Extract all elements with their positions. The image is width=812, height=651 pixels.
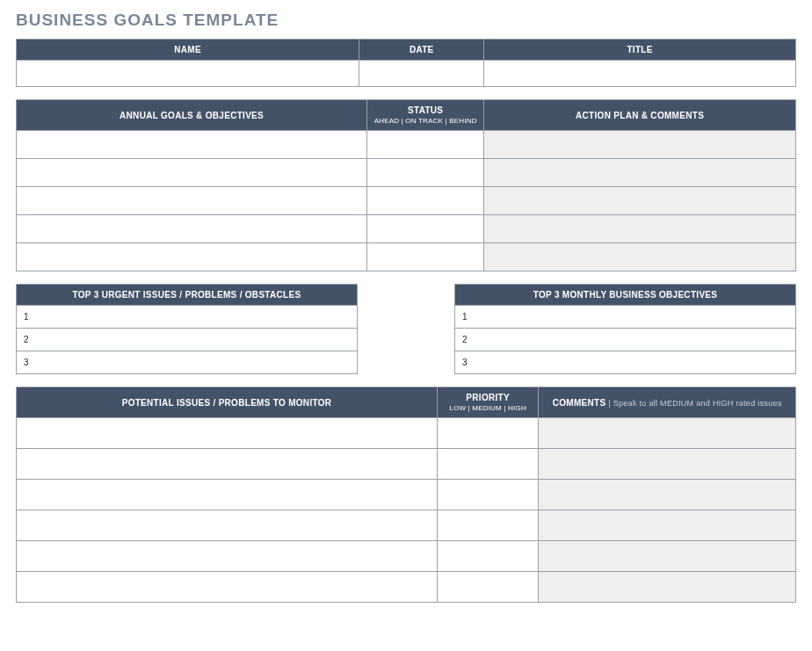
cell-status[interactable] <box>367 131 484 159</box>
goals-row <box>17 131 796 159</box>
monitor-row <box>17 418 796 449</box>
header-status-top: STATUS <box>408 105 443 115</box>
header-date: DATE <box>359 40 484 61</box>
goals-row <box>17 243 796 271</box>
header-action-plan: ACTION PLAN & COMMENTS <box>484 100 796 131</box>
header-annual-goals: ANNUAL GOALS & OBJECTIVES <box>17 100 367 131</box>
info-table: NAME DATE TITLE <box>16 39 796 87</box>
cell-priority[interactable] <box>437 572 538 603</box>
cell-objective[interactable]: 2 <box>455 329 796 351</box>
cell-issue[interactable] <box>17 572 438 603</box>
cell-priority[interactable] <box>437 480 538 510</box>
page-title: BUSINESS GOALS TEMPLATE <box>16 11 796 30</box>
goals-row <box>17 159 796 187</box>
cell-priority[interactable] <box>437 449 538 480</box>
cell-goal[interactable] <box>17 159 367 187</box>
cell-comment[interactable] <box>539 480 796 510</box>
cell-issue[interactable] <box>17 541 438 572</box>
objectives-row: 3 <box>455 351 796 374</box>
header-comments: COMMENTS | Speak to all MEDIUM and HIGH … <box>539 387 796 418</box>
cell-plan[interactable] <box>484 215 796 243</box>
cell-name[interactable] <box>17 61 359 87</box>
cell-title[interactable] <box>484 61 796 87</box>
cell-status[interactable] <box>367 159 484 187</box>
objectives-row: 1 <box>455 306 796 329</box>
header-monthly-objectives: TOP 3 MONTHLY BUSINESS OBJECTIVES <box>455 285 796 306</box>
issues-table: TOP 3 URGENT ISSUES / PROBLEMS / OBSTACL… <box>16 284 358 374</box>
cell-issue[interactable] <box>17 418 438 449</box>
cell-plan[interactable] <box>484 187 796 215</box>
goals-row <box>17 215 796 243</box>
cell-status[interactable] <box>367 243 484 271</box>
cell-comment[interactable] <box>539 541 796 572</box>
header-urgent-issues: TOP 3 URGENT ISSUES / PROBLEMS / OBSTACL… <box>17 285 358 306</box>
cell-objective[interactable]: 1 <box>455 306 796 329</box>
header-comments-main: COMMENTS <box>553 398 606 408</box>
issues-row: 3 <box>17 351 358 374</box>
cell-objective[interactable]: 3 <box>455 351 796 374</box>
monitor-row <box>17 480 796 510</box>
header-status-sub: AHEAD | ON TRACK | BEHIND <box>371 117 480 125</box>
cell-date[interactable] <box>359 61 484 87</box>
cell-status[interactable] <box>367 187 484 215</box>
cell-comment[interactable] <box>539 449 796 480</box>
cell-comment[interactable] <box>539 510 796 541</box>
cell-priority[interactable] <box>437 541 538 572</box>
cell-plan[interactable] <box>484 131 796 159</box>
cell-issue[interactable] <box>17 510 438 541</box>
cell-priority[interactable] <box>437 510 538 541</box>
header-priority-top: PRIORITY <box>466 393 510 402</box>
cell-priority[interactable] <box>437 418 538 449</box>
cell-issue[interactable] <box>17 480 438 510</box>
cell-issue[interactable] <box>17 449 438 480</box>
cell-comment[interactable] <box>539 418 796 449</box>
monitor-row <box>17 449 796 480</box>
issues-row: 1 <box>17 306 358 329</box>
cell-goal[interactable] <box>17 215 367 243</box>
cell-goal[interactable] <box>17 131 367 159</box>
cell-goal[interactable] <box>17 243 367 271</box>
cell-plan[interactable] <box>484 159 796 187</box>
cell-status[interactable] <box>367 215 484 243</box>
objectives-table: TOP 3 MONTHLY BUSINESS OBJECTIVES 1 2 3 <box>454 284 796 374</box>
objectives-row: 2 <box>455 329 796 351</box>
header-title: TITLE <box>484 40 796 61</box>
monitor-row <box>17 541 796 572</box>
goals-row <box>17 187 796 215</box>
cell-issue[interactable]: 3 <box>17 351 358 374</box>
issues-row: 2 <box>17 329 358 351</box>
goals-table: ANNUAL GOALS & OBJECTIVES STATUS AHEAD |… <box>16 99 796 271</box>
monitor-table: POTENTIAL ISSUES / PROBLEMS TO MONITOR P… <box>16 387 796 603</box>
header-name: NAME <box>17 40 359 61</box>
cell-comment[interactable] <box>539 572 796 603</box>
info-row <box>17 61 796 87</box>
header-status: STATUS AHEAD | ON TRACK | BEHIND <box>367 100 484 131</box>
header-priority: PRIORITY LOW | MEDIUM | HIGH <box>437 387 538 418</box>
cell-goal[interactable] <box>17 187 367 215</box>
header-comments-sub: | Speak to all MEDIUM and HIGH rated iss… <box>605 399 781 408</box>
monitor-row <box>17 572 796 603</box>
header-potential-issues: POTENTIAL ISSUES / PROBLEMS TO MONITOR <box>17 387 438 418</box>
cell-issue[interactable]: 1 <box>17 306 358 329</box>
cell-issue[interactable]: 2 <box>17 329 358 351</box>
header-priority-sub: LOW | MEDIUM | HIGH <box>441 404 534 412</box>
monitor-row <box>17 510 796 541</box>
cell-plan[interactable] <box>484 243 796 271</box>
